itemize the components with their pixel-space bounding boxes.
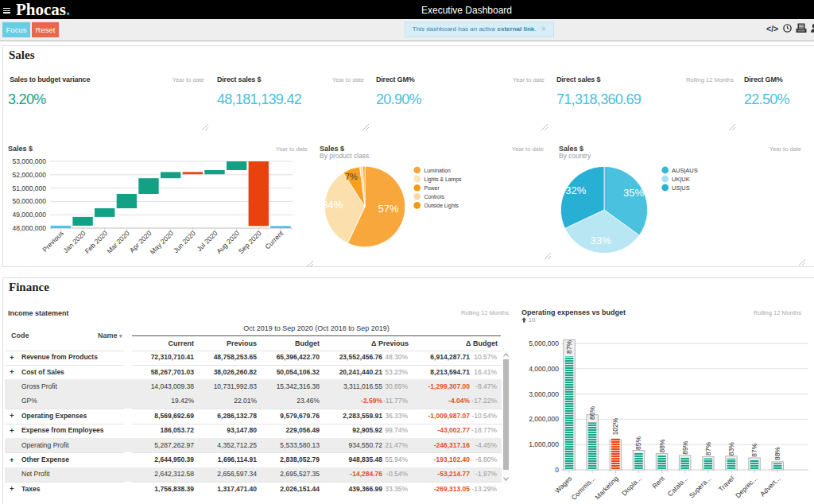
svg-text:88%: 88%: [658, 439, 666, 452]
svg-text:Commis...: Commis...: [569, 475, 596, 502]
svg-text:102%: 102%: [611, 417, 619, 435]
svg-text:Advert...: Advert...: [758, 475, 781, 498]
svg-text:89%: 89%: [681, 440, 689, 454]
svg-text:1,000,000: 1,000,000: [529, 440, 559, 448]
svg-text:4,000,000: 4,000,000: [529, 365, 559, 373]
svg-text:85%: 85%: [634, 436, 642, 449]
svg-text:2,000,000: 2,000,000: [529, 415, 559, 423]
svg-text:Marketing: Marketing: [593, 475, 620, 502]
svg-text:87%: 87%: [565, 339, 573, 353]
svg-text:3,000,000: 3,000,000: [529, 390, 559, 398]
svg-text:Rent: Rent: [650, 474, 666, 490]
svg-text:Catalo...: Catalo...: [666, 475, 689, 498]
svg-text:5,000,000: 5,000,000: [529, 339, 559, 347]
svg-text:Displa...: Displa...: [620, 475, 643, 498]
svg-text:83%: 83%: [727, 442, 735, 456]
svg-text:Travel: Travel: [717, 475, 736, 494]
svg-text:Deprec...: Deprec...: [734, 475, 758, 499]
svg-text:86%: 86%: [588, 405, 596, 419]
svg-text:0: 0: [555, 466, 559, 474]
svg-text:87%: 87%: [750, 443, 758, 456]
svg-text:Wages: Wages: [553, 475, 574, 495]
svg-text:Supera...: Supera...: [688, 475, 712, 499]
svg-text:87%: 87%: [704, 442, 712, 456]
svg-text:88%: 88%: [773, 447, 781, 460]
